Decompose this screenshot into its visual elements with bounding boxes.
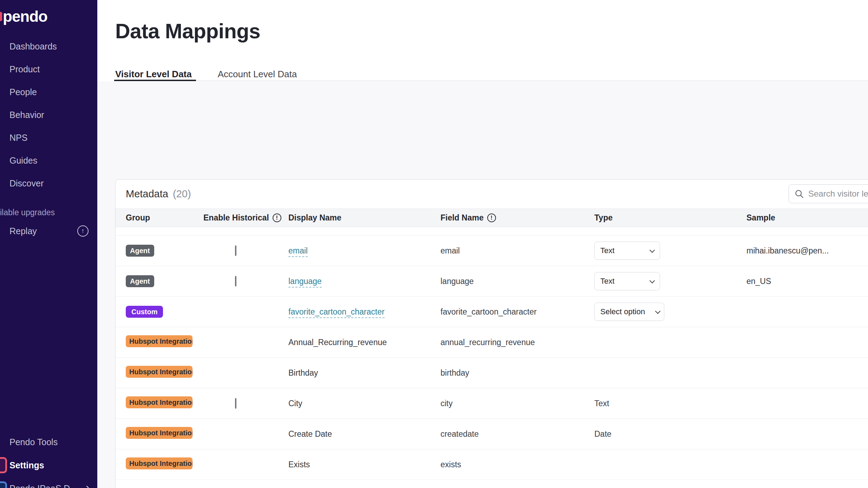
type-select-value: Select option: [600, 307, 645, 316]
column-header-label: Type: [594, 213, 613, 223]
table-body: AgentemailemailTextmihai.ibanescu@pen...…: [116, 227, 868, 488]
tab-visitor-level-data[interactable]: Visitor Level Data: [115, 69, 192, 80]
group-badge: Hubspot Integration: [126, 396, 192, 408]
tab-account-level-data[interactable]: Account Level Data: [218, 69, 297, 80]
column-header-label: Field Name: [440, 213, 484, 223]
table-row: Hubspot IntegrationAnnual_Recurring_reve…: [116, 327, 868, 358]
column-header-display-name: Display Name: [288, 213, 440, 223]
group-badge: Hubspot Integration: [126, 457, 192, 469]
sidebar-item-replay[interactable]: Replay ↑: [0, 225, 97, 237]
table-row: Hubspot IntegrationFacebookfansfacebookf…: [116, 480, 868, 488]
sidebar-footer: Pendo Tools Settings Pendo IPaaS D ›: [0, 437, 97, 488]
metadata-count: (20): [173, 188, 191, 200]
available-upgrades-label: ilable upgrades: [0, 208, 55, 217]
chevron-right-icon: ›: [86, 482, 90, 488]
column-header-label: Display Name: [288, 213, 341, 223]
column-header-label: Sample: [746, 213, 775, 223]
table-row: Customfavorite_cartoon_characterfavorite…: [116, 297, 868, 327]
field-name-text: language: [440, 277, 474, 286]
chevron-down-icon: [655, 308, 661, 314]
sidebar-item-product[interactable]: Product: [0, 65, 97, 74]
column-header-enable-historical: Enable Historical!: [203, 213, 288, 223]
type-select[interactable]: Select option: [594, 303, 664, 321]
column-header-label: Group: [126, 213, 150, 223]
group-badge: Hubspot Integration: [126, 427, 192, 439]
circle-up-arrow-icon: ↑: [77, 225, 89, 237]
info-icon[interactable]: !: [487, 213, 496, 222]
page-title: Data Mappings: [115, 19, 260, 43]
display-name-link[interactable]: language: [288, 277, 322, 288]
field-name-text: city: [440, 399, 453, 408]
field-name-text: email: [440, 246, 460, 255]
ipaas-badge-icon: [0, 481, 7, 488]
sidebar-item-label: Replay: [9, 226, 37, 236]
display-name-link[interactable]: favorite_cartoon_character: [288, 307, 385, 318]
type-select-value: Text: [600, 246, 614, 255]
search-input[interactable]: [808, 189, 868, 199]
enable-historical-checkbox[interactable]: [235, 245, 236, 256]
type-text: Date: [594, 429, 612, 438]
display-name-text: City: [288, 399, 302, 408]
sidebar-item-guides[interactable]: Guides: [0, 156, 97, 165]
table-row: Hubspot IntegrationCreate Datecreatedate…: [116, 419, 868, 449]
info-icon[interactable]: !: [273, 213, 281, 222]
metadata-title: Metadata: [126, 188, 168, 200]
field-name-text: annual_recurring_revenue: [440, 338, 535, 347]
type-select[interactable]: Text: [594, 242, 660, 260]
sidebar-item-pendo-tools[interactable]: Pendo Tools: [0, 437, 97, 447]
logo-accent-mark: [0, 12, 2, 21]
search-box[interactable]: [789, 184, 868, 203]
enable-historical-checkbox[interactable]: [235, 398, 236, 409]
table-row: Hubspot IntegrationBirthdaybirthday: [116, 358, 868, 388]
sidebar-item-dashboards[interactable]: Dashboards: [0, 42, 97, 51]
sidebar-item-label: Pendo IPaaS D: [9, 483, 70, 488]
sidebar-nav: DashboardsProductPeopleBehaviorNPSGuides…: [0, 42, 97, 202]
sidebar-item-behavior[interactable]: Behavior: [0, 110, 97, 120]
field-name-text: createdate: [440, 429, 479, 438]
card-header: Metadata (20): [116, 180, 868, 209]
display-name-text: Create Date: [288, 429, 332, 438]
chevron-down-icon: [650, 278, 655, 283]
display-name-link[interactable]: email: [288, 246, 308, 257]
type-select-value: Text: [600, 277, 614, 286]
column-header-field-name: Field Name!: [440, 213, 594, 223]
column-header-group: Group: [126, 213, 203, 223]
table-row: Hubspot IntegrationExistsexists: [116, 449, 868, 480]
table-row: AgentlanguagelanguageTexten_US: [116, 266, 868, 297]
sidebar-item-people[interactable]: People: [0, 87, 97, 97]
sample-text: en_US: [746, 277, 771, 286]
sidebar: pendo DashboardsProductPeopleBehaviorNPS…: [0, 0, 97, 488]
sidebar-item-settings[interactable]: Settings: [0, 460, 97, 470]
field-name-text: favorite_cartoon_character: [440, 307, 537, 316]
tab-bar: Visitor Level Data Account Level Data: [115, 69, 868, 81]
display-name-text: Exists: [288, 460, 310, 469]
content-background: Metadata (20) GroupEnable Historical!Dis…: [97, 81, 868, 488]
group-badge: Custom: [126, 306, 163, 318]
group-badge: Hubspot Integration: [126, 335, 192, 347]
sidebar-item-label: Pendo Tools: [9, 437, 58, 447]
column-header-sample: Sample: [746, 213, 868, 223]
table-row: AgentemailemailTextmihai.ibanescu@pen...: [116, 236, 868, 266]
field-name-text: birthday: [440, 368, 469, 377]
enable-historical-checkbox[interactable]: [235, 276, 236, 286]
search-icon: [795, 189, 804, 199]
pendo-logo: pendo: [3, 8, 47, 25]
main-content: Data Mappings Visitor Level Data Account…: [97, 0, 868, 488]
chevron-down-icon: [650, 247, 655, 253]
sidebar-item-nps[interactable]: NPS: [0, 133, 97, 143]
group-badge: Hubspot Integration: [126, 366, 192, 378]
group-badge: Agent: [126, 275, 154, 287]
sidebar-item-label: Settings: [9, 460, 44, 470]
table-header-row: GroupEnable Historical!Display NameField…: [116, 209, 868, 227]
table-row: Hubspot IntegrationCitycityText: [116, 388, 868, 419]
sample-text: mihai.ibanescu@pen...: [746, 246, 829, 255]
display-name-text: Birthday: [288, 368, 318, 377]
metadata-card: Metadata (20) GroupEnable Historical!Dis…: [115, 179, 868, 488]
field-name-text: exists: [440, 460, 461, 469]
group-badge: Agent: [126, 245, 154, 257]
sidebar-item-discover[interactable]: Discover: [0, 179, 97, 188]
partially-scrolled-row: [116, 227, 868, 236]
type-select[interactable]: Text: [594, 272, 660, 290]
sidebar-item-pendo-ipaas[interactable]: Pendo IPaaS D ›: [0, 483, 97, 488]
column-header-label: Enable Historical: [203, 213, 269, 223]
